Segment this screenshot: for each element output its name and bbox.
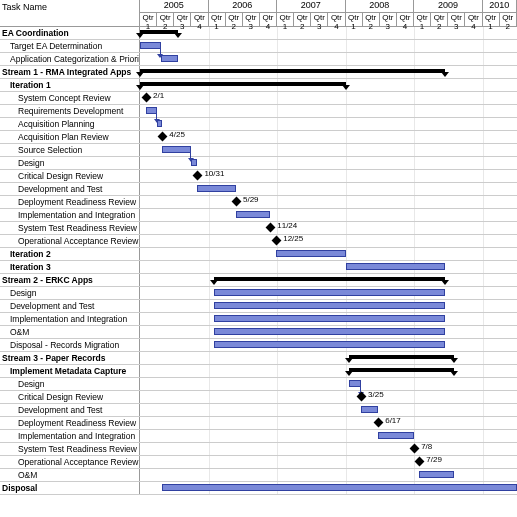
task-name-cell: Development and Test xyxy=(0,404,140,416)
quarter-header: Qtr 2 xyxy=(500,13,517,26)
task-row: Target EA Determination xyxy=(0,40,517,53)
task-name-cell: Stream 3 - Paper Records xyxy=(0,352,140,364)
task-name-cell: Deployment Readiness Review xyxy=(0,417,140,429)
task-bar-cell xyxy=(140,313,517,325)
task-bar-cell xyxy=(140,66,517,78)
task-bar xyxy=(214,328,445,335)
task-row: Operational Acceptance Review7/29 xyxy=(0,456,517,469)
task-bar xyxy=(378,432,414,439)
quarter-header: Qtr 4 xyxy=(397,13,414,26)
summary-bar xyxy=(140,30,178,34)
summary-bar xyxy=(140,69,445,73)
task-row: Iteration 3 xyxy=(0,261,517,274)
year-header: 2009 xyxy=(414,0,483,13)
milestone-label: 2/1 xyxy=(153,91,164,100)
quarter-header: Qtr 1 xyxy=(209,13,226,26)
task-bar-cell xyxy=(140,53,517,65)
task-bar-cell xyxy=(140,105,517,117)
task-bar-cell: 7/29 xyxy=(140,456,517,468)
task-bar-cell: 12/25 xyxy=(140,235,517,247)
task-bar-cell xyxy=(140,209,517,221)
task-bar xyxy=(236,211,270,218)
task-bar-cell xyxy=(140,118,517,130)
task-bar xyxy=(214,302,445,309)
milestone-label: 7/8 xyxy=(421,442,432,451)
task-name-cell: Target EA Determination xyxy=(0,40,140,52)
summary-bar xyxy=(214,277,445,281)
task-bar-cell: 4/25 xyxy=(140,131,517,143)
year-header: 2010 xyxy=(483,0,517,13)
milestone-icon xyxy=(357,392,367,402)
task-bar-cell xyxy=(140,274,517,286)
task-bar-cell xyxy=(140,339,517,351)
milestone-label: 10/31 xyxy=(204,169,224,178)
task-row: Development and Test xyxy=(0,404,517,417)
task-bar xyxy=(197,185,236,192)
task-bar xyxy=(276,250,345,257)
task-bar-cell xyxy=(140,144,517,156)
task-bar xyxy=(162,146,191,153)
summary-bar xyxy=(349,355,454,359)
quarter-header: Qtr 1 xyxy=(483,13,500,26)
task-row: Stream 1 - RMA Integrated Apps xyxy=(0,66,517,79)
quarter-header: Qtr 2 xyxy=(363,13,380,26)
quarter-header: Qtr 4 xyxy=(328,13,345,26)
milestone-icon xyxy=(415,457,425,467)
task-row: Operational Acceptance Review12/25 xyxy=(0,235,517,248)
task-bar-cell xyxy=(140,469,517,481)
milestone-icon xyxy=(158,132,168,142)
taskname-header: Task Name xyxy=(0,0,140,26)
task-row: Implementation and Integration xyxy=(0,313,517,326)
task-name-cell: Deployment Readiness Review xyxy=(0,196,140,208)
task-bar xyxy=(214,289,445,296)
task-bar-cell xyxy=(140,157,517,169)
quarter-header: Qtr 1 xyxy=(277,13,294,26)
quarter-header: Qtr 4 xyxy=(191,13,208,26)
milestone-icon xyxy=(193,171,203,181)
task-name-cell: Development and Test xyxy=(0,300,140,312)
year-header: 2006 xyxy=(209,0,278,13)
task-bar-cell: 2/1 xyxy=(140,92,517,104)
milestone-label: 7/29 xyxy=(426,455,442,464)
year-header: 2005 xyxy=(140,0,209,13)
task-name-cell: Acquisition Planning xyxy=(0,118,140,130)
milestone-label: 3/25 xyxy=(368,390,384,399)
header-row: Task Name 200520062007200820092010 Qtr 1… xyxy=(0,0,517,27)
quarter-header: Qtr 2 xyxy=(157,13,174,26)
year-header: 2008 xyxy=(346,0,415,13)
milestone-icon xyxy=(232,197,242,207)
task-row: Iteration 1 xyxy=(0,79,517,92)
quarter-header: Qtr 1 xyxy=(140,13,157,26)
task-bar-cell xyxy=(140,430,517,442)
task-bar-cell: 11/24 xyxy=(140,222,517,234)
milestone-label: 4/25 xyxy=(169,130,185,139)
milestone-label: 5/29 xyxy=(243,195,259,204)
milestone-icon xyxy=(410,444,420,454)
quarter-header: Qtr 2 xyxy=(431,13,448,26)
task-name-cell: Development and Test xyxy=(0,183,140,195)
task-row: Design xyxy=(0,157,517,170)
task-row: Disposal xyxy=(0,482,517,495)
task-bar-cell xyxy=(140,404,517,416)
task-bar-cell xyxy=(140,183,517,195)
task-bar-cell xyxy=(140,482,517,494)
task-row: Stream 2 - ERKC Apps xyxy=(0,274,517,287)
quarter-header: Qtr 3 xyxy=(243,13,260,26)
task-bar-cell xyxy=(140,248,517,260)
summary-bar xyxy=(349,368,454,372)
quarter-header: Qtr 1 xyxy=(414,13,431,26)
task-row: Acquisition Plan Review4/25 xyxy=(0,131,517,144)
task-row: Iteration 2 xyxy=(0,248,517,261)
year-header: 2007 xyxy=(277,0,346,13)
task-name-cell: Implementation and Integration xyxy=(0,209,140,221)
task-bar-cell xyxy=(140,365,517,377)
task-name-cell: O&M xyxy=(0,469,140,481)
task-name-cell: Implement Metadata Capture xyxy=(0,365,140,377)
task-name-cell: Design xyxy=(0,287,140,299)
task-name-cell: Requirements Development xyxy=(0,105,140,117)
task-name-cell: EA Coordination xyxy=(0,27,140,39)
task-name-cell: Operational Acceptance Review xyxy=(0,456,140,468)
task-bar-cell: 7/8 xyxy=(140,443,517,455)
task-row: Acquisition Planning xyxy=(0,118,517,131)
task-bar-cell: 6/17 xyxy=(140,417,517,429)
